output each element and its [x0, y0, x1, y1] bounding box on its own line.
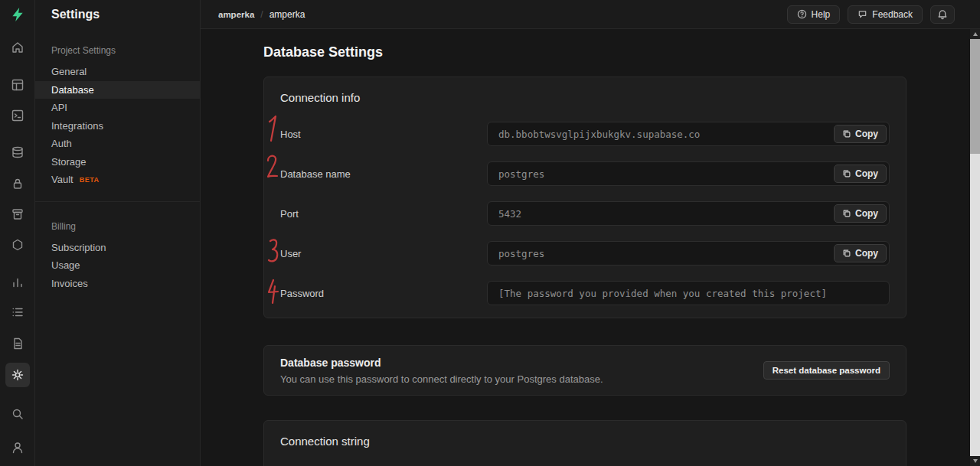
help-label: Help — [812, 9, 831, 20]
copy-icon — [842, 169, 851, 178]
search-icon[interactable] — [5, 402, 30, 426]
sql-editor-icon[interactable] — [5, 103, 30, 128]
sidebar-divider — [35, 201, 200, 202]
scrollbar-thumb[interactable] — [970, 39, 980, 154]
sidebar-item-subscription[interactable]: Subscription — [35, 239, 200, 257]
copy-icon — [842, 249, 851, 258]
copy-label: Copy — [855, 129, 878, 139]
sidebar-item-integrations[interactable]: Integrations — [35, 117, 200, 135]
password-row: Password — [264, 273, 906, 313]
settings-gear-icon[interactable] — [5, 363, 30, 387]
password-input[interactable] — [487, 281, 890, 305]
database-icon[interactable] — [5, 140, 30, 165]
user-input-wrap: Copy — [487, 241, 890, 266]
sidebar-item-general[interactable]: General — [35, 63, 200, 81]
feedback-label: Feedback — [872, 9, 913, 20]
settings-sidebar: Settings Project Settings General Databa… — [35, 0, 201, 466]
logs-list-icon[interactable] — [5, 300, 30, 324]
main-content: Database Settings Connection info Host C… — [201, 29, 970, 466]
breadcrumb-separator: / — [260, 9, 263, 20]
host-input[interactable] — [487, 122, 890, 146]
reports-chart-icon[interactable] — [5, 270, 30, 295]
password-label: Password — [280, 288, 487, 299]
database-name-row: Database name Copy — [264, 154, 906, 194]
copy-user-button[interactable]: Copy — [834, 244, 887, 262]
home-icon[interactable] — [5, 35, 30, 60]
port-row: Port Copy — [264, 194, 906, 233]
breadcrumb-project[interactable]: amperka — [270, 9, 305, 20]
copy-icon — [842, 209, 851, 218]
user-input[interactable] — [487, 241, 890, 266]
host-row: Host Copy — [264, 114, 906, 154]
user-row: User Copy — [264, 233, 906, 273]
connection-info-title: Connection info — [280, 91, 360, 104]
edge-functions-icon[interactable] — [5, 233, 30, 257]
api-docs-icon[interactable] — [5, 331, 30, 356]
password-input-wrap — [487, 281, 890, 305]
sidebar-item-database[interactable]: Database — [35, 81, 200, 99]
copy-label: Copy — [855, 168, 878, 179]
database-password-text: Database password You can use this passw… — [280, 357, 603, 385]
sidebar-content: Project Settings General Database API In… — [35, 29, 200, 292]
copy-label: Copy — [855, 208, 878, 219]
database-password-card: Database password You can use this passw… — [263, 345, 906, 396]
beta-badge: BETA — [80, 176, 100, 184]
copy-icon — [842, 129, 851, 138]
supabase-logo[interactable] — [0, 0, 34, 29]
copy-port-button[interactable]: Copy — [834, 204, 887, 223]
sidebar-header: Settings — [35, 0, 200, 29]
notifications-button[interactable] — [930, 5, 955, 24]
feedback-bubble-icon — [858, 9, 867, 19]
scroll-down-arrow[interactable] — [970, 456, 980, 466]
host-label: Host — [280, 129, 487, 140]
breadcrumb: amperka / amperka — [201, 9, 305, 20]
help-button[interactable]: Help — [787, 5, 841, 24]
section-heading-project-settings: Project Settings — [35, 44, 200, 57]
feedback-button[interactable]: Feedback — [848, 5, 923, 24]
bell-icon — [937, 9, 948, 20]
storage-icon[interactable] — [5, 202, 30, 226]
scroll-up-arrow[interactable] — [970, 29, 980, 39]
connection-string-title: Connection string — [280, 435, 370, 448]
sidebar-item-usage[interactable]: Usage — [35, 256, 200, 275]
sidebar-item-label: Vault — [51, 174, 74, 185]
sidebar-item-storage[interactable]: Storage — [35, 153, 200, 171]
card-header: Connection string — [264, 421, 906, 458]
copy-label: Copy — [855, 248, 878, 259]
sidebar-title: Settings — [51, 8, 100, 21]
auth-lock-icon[interactable] — [5, 171, 30, 196]
sidebar-item-vault[interactable]: Vault BETA — [35, 171, 200, 189]
card-header: Connection info — [264, 77, 906, 114]
copy-database-name-button[interactable]: Copy — [834, 165, 887, 183]
database-name-input[interactable] — [487, 161, 890, 186]
section-heading-billing: Billing — [35, 220, 200, 233]
port-label: Port — [280, 208, 487, 220]
reset-database-password-button[interactable]: Reset database password — [763, 361, 890, 380]
account-user-icon[interactable] — [5, 435, 30, 460]
sidebar-item-auth[interactable]: Auth — [35, 135, 200, 153]
database-name-label: Database name — [280, 168, 487, 180]
supabase-bolt-icon — [10, 7, 25, 22]
user-label: User — [280, 248, 487, 259]
topbar-actions: Help Feedback — [787, 5, 955, 24]
database-name-input-wrap: Copy — [487, 161, 890, 186]
help-circle-icon — [797, 9, 807, 19]
host-input-wrap: Copy — [487, 122, 890, 146]
page-title: Database Settings — [263, 44, 970, 60]
vertical-scrollbar[interactable] — [970, 29, 980, 466]
icon-rail — [0, 0, 35, 466]
connection-info-card: Connection info Host Copy Database name — [263, 77, 906, 318]
port-input-wrap: Copy — [487, 201, 890, 226]
port-input[interactable] — [487, 201, 890, 226]
sidebar-item-api[interactable]: API — [35, 99, 200, 117]
topbar: amperka / amperka Help Feedback — [201, 0, 980, 29]
database-password-description: You can use this password to connect dir… — [280, 373, 603, 385]
connection-info-rows: Host Copy Database name — [264, 114, 906, 318]
copy-host-button[interactable]: Copy — [834, 125, 887, 143]
breadcrumb-org[interactable]: amperka — [218, 10, 254, 19]
sidebar-item-invoices[interactable]: Invoices — [35, 275, 200, 293]
database-password-title: Database password — [280, 357, 603, 369]
connection-string-card: Connection string — [263, 420, 906, 466]
table-editor-icon[interactable] — [5, 73, 30, 97]
